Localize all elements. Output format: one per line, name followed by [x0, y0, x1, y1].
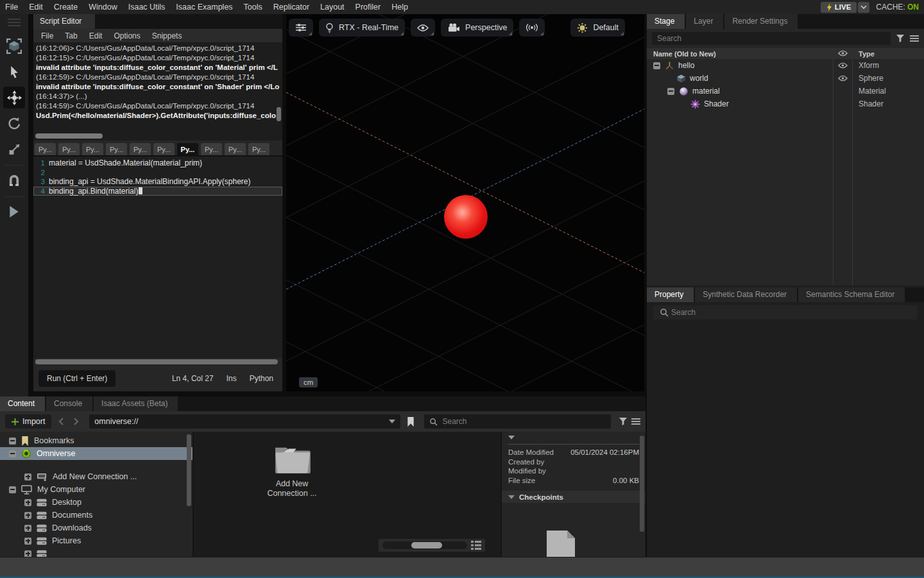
log-vertical-scrollbar[interactable] [277, 107, 281, 121]
se-menu-file[interactable]: File [41, 31, 53, 40]
move-tool-icon[interactable] [3, 87, 25, 108]
collapse-expander-icon[interactable] [653, 62, 660, 69]
py-script-tab[interactable]: Py... [130, 143, 151, 155]
language-label[interactable]: Python [250, 374, 273, 383]
details-vertical-scrollbar[interactable] [640, 436, 644, 532]
content-files-grid[interactable]: Add New Connection ... [193, 432, 501, 557]
tab-property[interactable]: Property [647, 287, 694, 302]
back-button[interactable] [55, 414, 66, 429]
py-script-tab[interactable]: Py... [58, 143, 80, 155]
menu-layout[interactable]: Layout [320, 3, 345, 12]
rotate-tool-icon[interactable] [3, 112, 25, 134]
se-menu-tab[interactable]: Tab [65, 31, 77, 40]
insert-mode[interactable]: Ins [227, 374, 237, 383]
snap-magnet-icon[interactable] [3, 169, 25, 191]
menu-replicator[interactable]: Replicator [273, 3, 309, 12]
menu-isaac-utils[interactable]: Isaac Utils [128, 3, 166, 12]
checkpoints-section-header[interactable]: Checkpoints [502, 491, 646, 503]
log-horizontal-scrollbar[interactable] [35, 133, 103, 139]
play-button-icon[interactable] [3, 201, 25, 223]
collapse-expander-icon[interactable] [667, 88, 674, 95]
lighting-button[interactable]: Default [570, 19, 625, 37]
expand-expander-icon[interactable] [24, 473, 31, 480]
checkpoints-collapse-icon[interactable] [508, 495, 515, 499]
viewport-3d[interactable]: RTX - Real-Time Perspective Default cm [286, 14, 644, 391]
tab-content[interactable]: Content [0, 396, 45, 411]
tree-item-documents[interactable]: Documents [0, 509, 193, 522]
stage-row-world[interactable]: world Sphere [647, 72, 924, 85]
expand-expander-icon[interactable] [24, 538, 31, 545]
tree-vertical-scrollbar[interactable] [187, 434, 191, 506]
tree-item-desktop[interactable]: Desktop [0, 496, 193, 509]
code-horizontal-scrollbar[interactable] [33, 358, 282, 366]
py-script-tab[interactable]: Py... [201, 143, 222, 155]
select-mode-icon[interactable] [3, 35, 25, 57]
tab-layer[interactable]: Layer [686, 14, 723, 29]
options-menu-icon[interactable] [631, 418, 640, 425]
tree-item-omniverse[interactable]: Omniverse [0, 447, 193, 460]
zoom-slider-handle[interactable] [411, 542, 442, 548]
camera-button[interactable]: Perspective [441, 19, 513, 37]
stage-search-input[interactable] [652, 32, 891, 45]
column-name[interactable]: Name (Old to New) [647, 50, 716, 58]
forward-button[interactable] [71, 414, 81, 429]
file-item-add-new-connection[interactable]: Add New Connection ... [255, 442, 329, 498]
expand-expander-icon[interactable] [24, 499, 31, 506]
viewport-settings-button[interactable] [289, 19, 313, 37]
expand-expander-icon[interactable] [24, 550, 31, 557]
stage-row-shader[interactable]: Shader Shader [647, 98, 924, 110]
path-field[interactable]: omniverse:// [89, 414, 400, 429]
tree-item-bookmarks[interactable]: Bookmarks [0, 434, 193, 447]
expand-expander-icon[interactable] [24, 525, 31, 532]
import-button[interactable]: Import [5, 414, 51, 429]
tab-synthetic-data-recorder[interactable]: Synthetic Data Recorder [695, 287, 797, 302]
options-menu-icon[interactable] [910, 35, 919, 42]
tree-item-my-computer[interactable]: My Computer [0, 483, 193, 496]
tab-isaac-assets[interactable]: Isaac Assets (Beta) [94, 396, 178, 411]
cursor-tool-icon[interactable] [3, 61, 25, 83]
tab-console[interactable]: Console [46, 396, 92, 411]
tree-item-pictures[interactable]: Pictures [0, 534, 193, 547]
scale-tool-icon[interactable] [3, 138, 25, 160]
se-menu-edit[interactable]: Edit [89, 31, 103, 40]
column-visibility-eye-icon[interactable] [838, 50, 848, 56]
palette-grip-icon[interactable] [8, 19, 21, 26]
menu-file[interactable]: File [5, 3, 18, 12]
render-mode-button[interactable]: RTX - Real-Time [319, 19, 405, 37]
visibility-eye-icon[interactable] [838, 62, 848, 69]
tab-script-editor[interactable]: Script Editor [33, 14, 95, 29]
details-collapse-icon[interactable] [508, 436, 515, 439]
column-type[interactable]: Type [859, 50, 875, 58]
list-view-icon[interactable] [471, 541, 481, 550]
live-button[interactable]: LIVE [821, 2, 857, 13]
tree-item-partial[interactable] [0, 547, 193, 557]
menu-create[interactable]: Create [54, 3, 78, 12]
content-search-input[interactable] [424, 414, 611, 429]
py-script-tab[interactable]: Py... [106, 143, 127, 155]
collapse-expander-icon[interactable] [9, 438, 16, 445]
menu-window[interactable]: Window [89, 3, 117, 12]
expand-expander-icon[interactable] [24, 512, 31, 519]
tree-item-add-new-connection[interactable]: Add New Connection ... [0, 470, 193, 483]
tab-semantics-schema-editor[interactable]: Semantics Schema Editor [798, 287, 905, 302]
stage-row-hello[interactable]: hello Xform [647, 59, 924, 72]
menu-edit[interactable]: Edit [29, 3, 43, 12]
audio-button[interactable] [519, 19, 545, 37]
path-dropdown-icon[interactable] [389, 420, 395, 423]
se-menu-options[interactable]: Options [114, 31, 140, 40]
bookmark-icon[interactable] [404, 414, 416, 429]
py-script-tab[interactable]: Py... [225, 143, 246, 155]
visibility-eye-icon[interactable] [838, 75, 848, 81]
script-output-log[interactable]: (16:12:06)> C:/Users/Gus/AppData/Local/T… [33, 43, 282, 140]
menu-help[interactable]: Help [391, 3, 408, 12]
menu-profiler[interactable]: Profiler [355, 3, 381, 12]
run-button[interactable]: Run (Ctrl + Enter) [38, 370, 116, 387]
py-script-tab[interactable]: Py... [35, 143, 56, 155]
visibility-button[interactable] [411, 19, 435, 37]
live-dropdown-button[interactable] [858, 2, 869, 13]
tab-stage[interactable]: Stage [647, 14, 685, 29]
collapse-expander-icon[interactable] [9, 486, 16, 493]
py-script-tab-active[interactable]: Py... [177, 143, 198, 155]
filter-icon[interactable] [619, 417, 628, 426]
py-script-tab[interactable]: Py... [82, 143, 103, 155]
